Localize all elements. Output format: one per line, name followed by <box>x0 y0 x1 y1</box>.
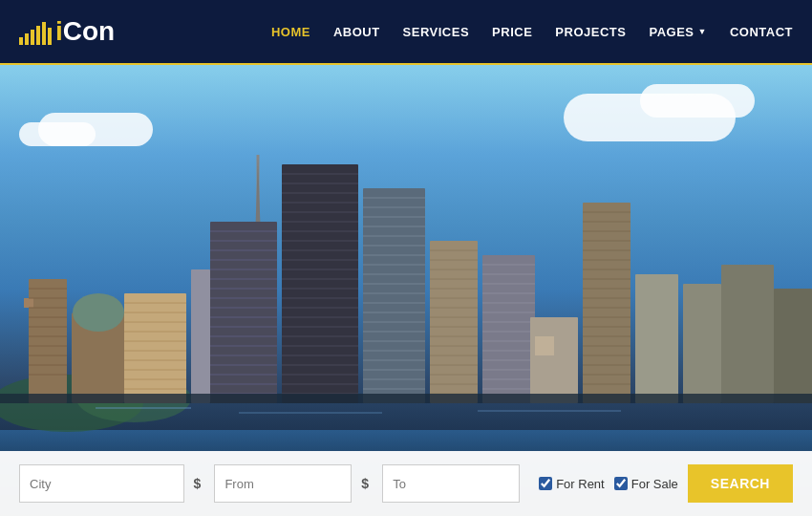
chevron-down-icon: ▼ <box>697 27 706 36</box>
svg-rect-129 <box>583 203 630 403</box>
svg-rect-97 <box>430 241 478 403</box>
nav-services[interactable]: SERVICES <box>403 25 470 39</box>
for-sale-label: For Sale <box>631 477 678 491</box>
search-button[interactable]: Search <box>688 464 793 503</box>
for-rent-checkbox[interactable] <box>539 477 552 490</box>
nav-pages-label: PAGES <box>649 25 694 39</box>
hero-background <box>0 65 812 516</box>
to-input-group <box>382 464 520 503</box>
nav-home[interactable]: HOME <box>271 25 310 39</box>
nav-price[interactable]: PRICE <box>492 25 532 39</box>
for-sale-group: For Sale <box>614 477 678 491</box>
from-input[interactable] <box>224 477 341 491</box>
search-bar: $ $ For Rent For Sale Search <box>0 451 812 516</box>
for-rent-label: For Rent <box>556 477 605 491</box>
svg-rect-75 <box>363 188 425 403</box>
svg-rect-151 <box>721 265 774 403</box>
bar-1 <box>19 37 23 45</box>
nav-pages[interactable]: PAGES ▼ <box>649 25 706 39</box>
city-input[interactable] <box>30 477 174 491</box>
logo[interactable]: iCon <box>19 16 115 47</box>
svg-rect-30 <box>191 269 210 403</box>
bar-6 <box>48 28 52 45</box>
svg-rect-31 <box>210 222 277 403</box>
svg-rect-153 <box>530 317 578 403</box>
svg-point-15 <box>73 293 124 332</box>
for-sale-checkbox[interactable] <box>614 477 628 490</box>
city-input-group <box>19 464 184 503</box>
for-rent-group: For Rent <box>539 477 605 491</box>
svg-rect-155 <box>0 394 812 403</box>
svg-rect-19 <box>124 293 186 403</box>
svg-rect-114 <box>482 255 535 403</box>
header: iCon HOME ABOUT SERVICES PRICE PROJECTS … <box>0 0 812 65</box>
svg-rect-150 <box>683 284 721 403</box>
bar-3 <box>31 30 34 45</box>
svg-rect-149 <box>635 274 678 403</box>
nav-contact[interactable]: CONTACT <box>730 25 793 39</box>
logo-text: iCon <box>55 16 115 47</box>
to-dollar-sign: $ <box>361 476 369 491</box>
to-input[interactable] <box>393 477 509 491</box>
bar-5 <box>42 22 46 45</box>
skyline-svg <box>0 107 812 432</box>
hero-section <box>0 65 812 516</box>
bar-2 <box>25 33 29 45</box>
from-dollar-sign: $ <box>194 476 202 491</box>
from-input-group <box>214 464 352 503</box>
nav-projects[interactable]: PROJECTS <box>555 25 626 39</box>
svg-rect-50 <box>282 164 358 403</box>
logo-icon <box>19 18 52 45</box>
bar-4 <box>36 26 40 45</box>
svg-rect-154 <box>535 336 554 355</box>
svg-rect-152 <box>774 289 812 403</box>
main-nav: HOME ABOUT SERVICES PRICE PROJECTS PAGES… <box>271 25 793 39</box>
svg-rect-3 <box>24 298 33 308</box>
nav-about[interactable]: ABOUT <box>333 25 380 39</box>
